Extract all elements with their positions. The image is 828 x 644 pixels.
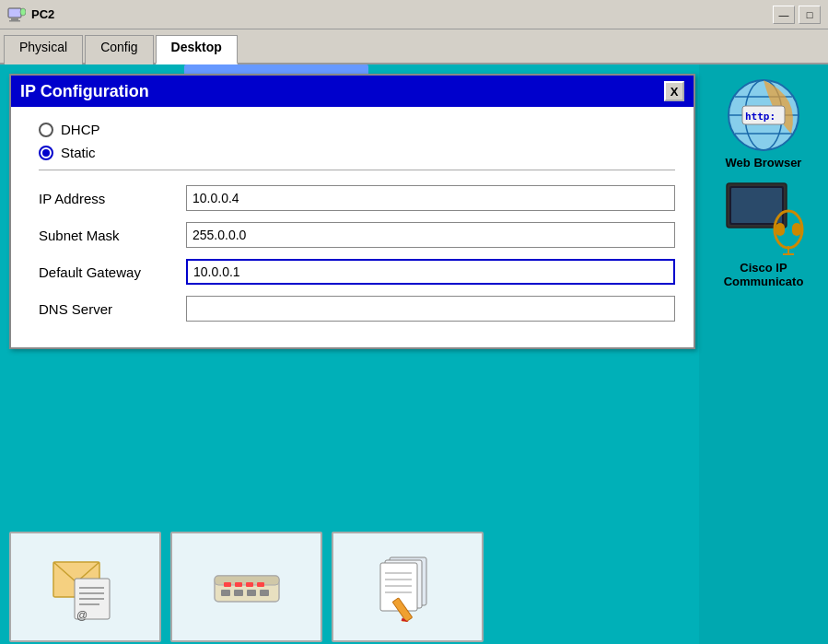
dialog-title-bar: IP Configuration X (11, 76, 694, 107)
tab-config[interactable]: Config (85, 35, 153, 64)
dhcp-radio[interactable] (39, 123, 53, 137)
sidebar-item-web-browser[interactable]: http: Web Browser (708, 74, 819, 170)
network-icon (210, 553, 284, 622)
default-gateway-label: Default Gateway (39, 264, 186, 280)
subnet-mask-input[interactable] (186, 222, 675, 248)
window-title: PC2 (31, 7, 54, 21)
dhcp-label: DHCP (61, 122, 100, 137)
right-sidebar: http: Web Browser Cisco IP Communicato (699, 64, 828, 644)
dhcp-radio-item[interactable]: DHCP (39, 122, 675, 137)
static-radio[interactable] (39, 146, 53, 160)
svg-rect-16 (257, 582, 264, 587)
dns-server-label: DNS Server (39, 301, 186, 317)
title-bar: PC2 — □ (0, 0, 828, 29)
email-icon-box[interactable]: @ (9, 532, 161, 642)
ip-address-input[interactable] (186, 185, 675, 211)
subnet-mask-label: Subnet Mask (39, 228, 186, 243)
tab-desktop[interactable]: Desktop (156, 35, 238, 64)
divider (39, 170, 675, 170)
svg-text:@: @ (76, 609, 87, 622)
svg-rect-14 (235, 582, 242, 587)
dialog-body: DHCP Static IP Address Subnet Mask (11, 107, 694, 347)
default-gateway-row: Default Gateway (39, 259, 675, 285)
desktop-icons: @ (0, 524, 699, 644)
dns-server-row: DNS Server (39, 296, 675, 322)
dialog-close-button[interactable]: X (664, 81, 684, 101)
text-editor-icon (371, 553, 445, 622)
static-radio-item[interactable]: Static (39, 145, 675, 160)
left-panel: IP Configuration X DHCP Static (0, 64, 699, 644)
svg-rect-1 (11, 18, 18, 20)
app-icon (7, 6, 26, 24)
cisco-ip-label: Cisco IP Communicato (708, 261, 819, 288)
static-label: Static (61, 145, 96, 160)
svg-rect-13 (224, 582, 231, 587)
svg-point-3 (20, 8, 26, 16)
dialog-title: IP Configuration (20, 82, 149, 101)
svg-text:http:: http: (745, 111, 776, 123)
default-gateway-input[interactable] (186, 259, 675, 285)
title-bar-left: PC2 (7, 6, 54, 24)
svg-rect-19 (247, 590, 256, 596)
radio-group: DHCP Static (39, 122, 675, 160)
cisco-ip-icon (722, 179, 805, 257)
window-controls: — □ (773, 6, 821, 24)
tab-bar: Physical Config Desktop (0, 29, 828, 64)
svg-rect-40 (731, 188, 782, 223)
web-browser-label: Web Browser (726, 156, 802, 170)
svg-rect-42 (776, 223, 785, 236)
main-content: IP Configuration X DHCP Static (0, 64, 828, 644)
svg-rect-2 (9, 20, 20, 22)
network-icon-box[interactable] (170, 532, 322, 642)
svg-rect-15 (246, 582, 253, 587)
ip-address-row: IP Address (39, 185, 675, 211)
sidebar-item-cisco-ip[interactable]: Cisco IP Communicato (708, 179, 819, 288)
svg-rect-20 (260, 590, 269, 596)
minimize-button[interactable]: — (773, 6, 795, 24)
svg-rect-43 (792, 223, 801, 236)
text-editor-icon-box[interactable] (332, 532, 484, 642)
ip-address-label: IP Address (39, 191, 186, 206)
web-browser-icon: http: (722, 74, 805, 152)
svg-rect-17 (221, 590, 230, 596)
svg-rect-0 (8, 8, 21, 18)
ip-config-dialog: IP Configuration X DHCP Static (9, 74, 695, 349)
email-icon: @ (49, 553, 122, 622)
tab-physical[interactable]: Physical (4, 35, 83, 64)
dns-server-input[interactable] (186, 296, 675, 322)
svg-rect-18 (234, 590, 243, 596)
maximize-button[interactable]: □ (799, 6, 821, 24)
subnet-mask-row: Subnet Mask (39, 222, 675, 248)
